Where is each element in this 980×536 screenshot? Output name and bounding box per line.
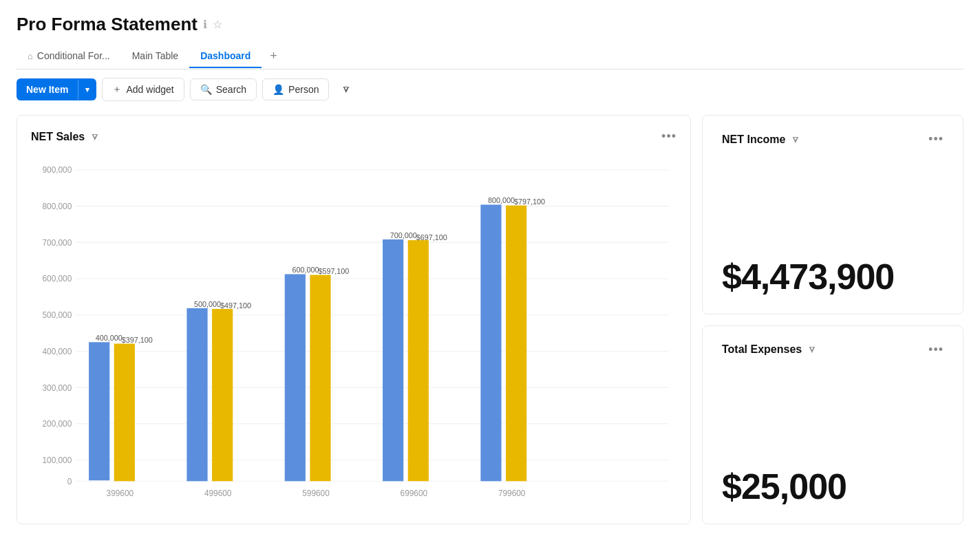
page-title: Pro Forma Statement	[17, 14, 198, 35]
svg-text:700,000: 700,000	[42, 238, 72, 248]
svg-text:799600: 799600	[498, 489, 526, 498]
total-expenses-title: Total Expenses	[722, 343, 802, 356]
person-button[interactable]: 👤 Person	[262, 78, 329, 100]
svg-text:200,000: 200,000	[42, 419, 72, 429]
svg-text:699600: 699600	[401, 489, 428, 498]
new-item-button[interactable]: New Item ▾	[17, 78, 96, 100]
search-button[interactable]: 🔍 Search	[190, 78, 257, 100]
svg-text:300,000: 300,000	[42, 383, 72, 392]
svg-rect-31	[285, 274, 306, 481]
net-income-filter-icon[interactable]: ⛛	[791, 134, 800, 145]
total-expenses-header: Total Expenses ⛛ •••	[722, 343, 944, 357]
svg-text:500,000: 500,000	[42, 310, 72, 320]
home-icon: ⌂	[28, 51, 33, 61]
total-expenses-value: $25,000	[722, 466, 944, 507]
tab-main-table[interactable]: Main Table	[121, 45, 189, 68]
svg-rect-36	[383, 239, 403, 481]
svg-text:$497,100: $497,100	[220, 301, 251, 310]
svg-rect-23	[114, 343, 135, 481]
net-income-panel: NET Income ⛛ ••• $4,473,900	[702, 115, 963, 314]
filter-button[interactable]: ⛛	[334, 79, 358, 100]
net-sales-title: NET Sales	[31, 131, 85, 143]
svg-text:600,000: 600,000	[292, 266, 319, 274]
svg-text:399600: 399600	[107, 489, 134, 498]
svg-text:0: 0	[67, 477, 72, 486]
net-sales-header: NET Sales ⛛ •••	[31, 129, 677, 144]
svg-text:700,000: 700,000	[390, 231, 417, 239]
svg-text:400,000: 400,000	[96, 334, 122, 342]
svg-text:600,000: 600,000	[42, 274, 72, 283]
total-expenses-filter-icon[interactable]: ⛛	[807, 344, 817, 355]
svg-rect-26	[187, 308, 207, 481]
tab-dashboard[interactable]: Dashboard	[189, 45, 262, 68]
tab-add-button[interactable]: +	[262, 43, 286, 69]
star-icon[interactable]: ☆	[213, 18, 222, 31]
svg-text:$597,100: $597,100	[318, 267, 349, 275]
svg-text:100,000: 100,000	[42, 455, 72, 465]
svg-text:900,000: 900,000	[42, 165, 72, 175]
tabs-row: ⌂ Conditional For... Main Table Dashboar…	[17, 43, 963, 69]
person-icon: 👤	[273, 84, 284, 95]
right-panels: NET Income ⛛ ••• $4,473,900 Total Expens…	[702, 115, 963, 524]
net-sales-chart: 900,000 800,000 700,000 600,000 500,000 …	[31, 155, 677, 510]
info-icon[interactable]: ℹ	[203, 18, 207, 31]
svg-rect-38	[408, 240, 429, 481]
net-income-title: NET Income	[722, 133, 785, 146]
svg-rect-41	[480, 204, 501, 481]
new-item-dropdown-arrow[interactable]: ▾	[78, 80, 96, 100]
svg-text:$397,100: $397,100	[122, 336, 153, 344]
svg-text:400,000: 400,000	[42, 347, 72, 356]
svg-text:$797,100: $797,100	[514, 197, 545, 206]
filter-icon: ⛛	[341, 84, 351, 95]
svg-text:500,000: 500,000	[194, 300, 221, 308]
title-row: Pro Forma Statement ℹ ☆	[17, 14, 963, 35]
search-icon: 🔍	[200, 84, 212, 95]
svg-text:800,000: 800,000	[42, 202, 72, 211]
net-sales-filter-icon[interactable]: ⛛	[90, 131, 100, 142]
header: Pro Forma Statement ℹ ☆ ⌂ Conditional Fo…	[0, 0, 980, 69]
svg-rect-33	[310, 275, 330, 482]
svg-text:800,000: 800,000	[488, 196, 515, 204]
plus-icon: ＋	[112, 83, 122, 96]
svg-text:499600: 499600	[204, 489, 232, 498]
tab-conditional[interactable]: ⌂ Conditional For...	[17, 45, 121, 68]
svg-text:599600: 599600	[302, 489, 330, 498]
new-item-label: New Item	[17, 78, 78, 100]
svg-rect-43	[506, 206, 526, 482]
svg-rect-21	[89, 342, 109, 480]
total-expenses-menu-button[interactable]: •••	[928, 343, 944, 357]
net-sales-menu-button[interactable]: •••	[661, 129, 677, 144]
net-income-value: $4,473,900	[722, 256, 944, 297]
main-content: NET Sales ⛛ ••• 900,000 800,000	[0, 109, 980, 535]
svg-rect-28	[212, 309, 233, 481]
net-sales-panel: NET Sales ⛛ ••• 900,000 800,000	[17, 115, 691, 524]
total-expenses-panel: Total Expenses ⛛ ••• $25,000	[702, 325, 963, 525]
bar-chart-svg: 900,000 800,000 700,000 600,000 500,000 …	[31, 155, 677, 510]
net-income-menu-button[interactable]: •••	[928, 132, 944, 147]
net-income-header: NET Income ⛛ •••	[722, 132, 944, 147]
toolbar: New Item ▾ ＋ Add widget 🔍 Search 👤 Perso…	[0, 69, 980, 109]
add-widget-button[interactable]: ＋ Add widget	[102, 78, 184, 101]
